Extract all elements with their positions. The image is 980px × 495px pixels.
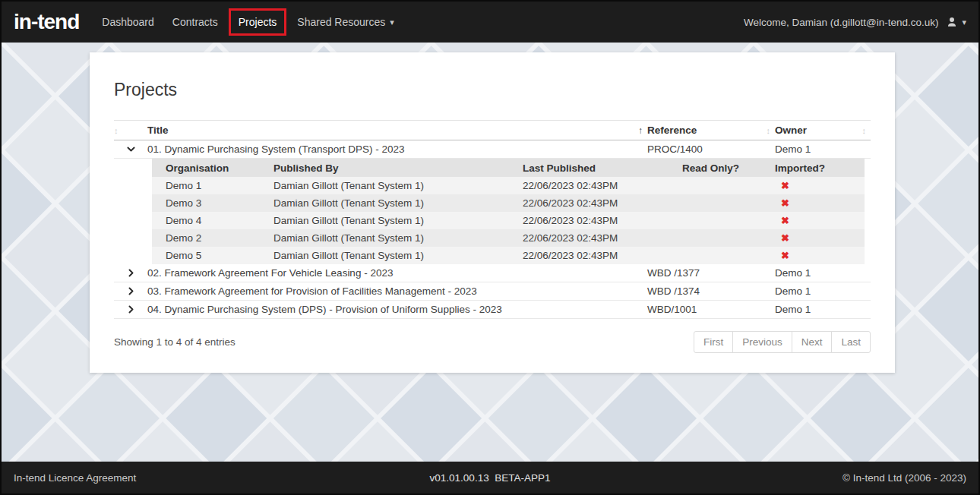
cell-title: 01. Dynamic Purchasing System (Transport… (147, 143, 647, 155)
cell-published-by: Damian Gillott (Tenant System 1) (273, 197, 523, 209)
sort-icon: ↕ (767, 126, 771, 135)
detail-row: Demo 1 Damian Gillott (Tenant System 1) … (152, 177, 865, 194)
cell-owner: Demo 1 (775, 267, 871, 279)
cell-published-by: Damian Gillott (Tenant System 1) (273, 250, 523, 261)
cell-last-published: 22/06/2023 02:43PM (523, 250, 682, 261)
detail-header-row: Organisation Published By Last Published… (152, 159, 865, 177)
pagination: First Previous Next Last (694, 331, 871, 353)
cell-published-by: Damian Gillott (Tenant System 1) (273, 180, 523, 191)
table-row-project-01[interactable]: 01. Dynamic Purchasing System (Transport… (114, 140, 871, 159)
pagination-last-button[interactable]: Last (831, 331, 871, 353)
column-header-reference[interactable]: Reference ↕ (647, 125, 775, 136)
main-nav: Dashboard Contracts Projects Shared Reso… (93, 2, 403, 43)
chevron-right-icon (126, 286, 136, 296)
red-x-icon: ✖ (775, 180, 865, 191)
projects-card: Projects ↕ Title ↑ Reference ↕ (90, 52, 895, 373)
table-footer: Showing 1 to 4 of 4 entries First Previo… (114, 331, 871, 353)
nav-item-contracts[interactable]: Contracts (163, 9, 227, 35)
welcome-text: Welcome, Damian (d.gillott@in-tend.co.uk… (744, 17, 939, 28)
app-logo[interactable]: in-tend (14, 10, 79, 34)
detail-row: Demo 5 Damian Gillott (Tenant System 1) … (152, 247, 865, 264)
cell-last-published: 22/06/2023 02:43PM (523, 197, 682, 209)
nav-item-projects[interactable]: Projects (229, 8, 287, 36)
detail-row: Demo 3 Damian Gillott (Tenant System 1) … (152, 194, 865, 212)
cell-owner: Demo 1 (775, 304, 871, 315)
sort-icon: ↕ (114, 126, 119, 135)
pagination-next-button[interactable]: Next (792, 331, 833, 353)
cell-reference: WBD /1377 (647, 267, 775, 279)
cell-organisation: Demo 5 (152, 250, 273, 261)
cell-organisation: Demo 3 (152, 197, 273, 209)
projects-table: ↕ Title ↑ Reference ↕ Owner ↕ (114, 120, 871, 319)
red-x-icon: ✖ (775, 215, 865, 226)
cell-last-published: 22/06/2023 02:43PM (523, 215, 682, 226)
red-x-icon: ✖ (775, 197, 865, 209)
table-header-row: ↕ Title ↑ Reference ↕ Owner ↕ (114, 120, 871, 140)
detail-header-organisation: Organisation (152, 162, 273, 174)
red-x-icon: ✖ (775, 232, 865, 244)
page-footer: In-tend Licence Agreement v01.01.00.13 B… (2, 462, 978, 493)
column-header-owner[interactable]: Owner ↕ (775, 125, 871, 136)
column-header-owner-label: Owner (775, 125, 807, 136)
cell-owner: Demo 1 (775, 285, 871, 297)
detail-header-last-published: Last Published (523, 162, 682, 174)
cell-reference: WBD /1374 (647, 285, 775, 297)
cell-title: 02. Framework Agreement For Vehicle Leas… (147, 267, 647, 279)
cell-published-by: Damian Gillott (Tenant System 1) (273, 215, 523, 226)
table-row-project-03[interactable]: 03. Framework Agreement for Provision of… (114, 282, 871, 301)
cell-reference: WBD/1001 (647, 304, 775, 315)
chevron-down-icon: ▾ (962, 17, 966, 27)
red-x-icon: ✖ (775, 250, 865, 261)
nav-item-dashboard[interactable]: Dashboard (93, 9, 163, 35)
main-area: Projects ↕ Title ↑ Reference ↕ (2, 43, 978, 462)
detail-row: Demo 4 Damian Gillott (Tenant System 1) … (152, 212, 865, 229)
top-navbar: in-tend Dashboard Contracts Projects Sha… (2, 2, 978, 43)
chevron-down-icon (126, 144, 136, 154)
licence-agreement-link[interactable]: In-tend Licence Agreement (14, 472, 331, 484)
chevron-down-icon: ▾ (390, 17, 394, 27)
version-text: v01.01.00.13 BETA-APP1 (331, 472, 649, 484)
row-expander[interactable] (114, 304, 147, 314)
app-window: in-tend Dashboard Contracts Projects Sha… (0, 0, 980, 495)
entries-summary: Showing 1 to 4 of 4 entries (114, 336, 236, 348)
cell-title: 03. Framework Agreement for Provision of… (147, 285, 647, 297)
row-expander[interactable] (114, 286, 147, 296)
row-expander[interactable] (114, 268, 147, 278)
cell-owner: Demo 1 (775, 143, 871, 155)
expanded-detail-table: Organisation Published By Last Published… (152, 159, 865, 264)
pagination-first-button[interactable]: First (694, 331, 733, 353)
chevron-right-icon (126, 304, 136, 314)
column-header-title-label: Title (147, 125, 169, 136)
cell-organisation: Demo 1 (152, 180, 273, 191)
expander-column-header[interactable]: ↕ (114, 126, 147, 135)
column-header-reference-label: Reference (647, 125, 697, 136)
detail-header-read-only: Read Only? (682, 162, 775, 174)
column-header-title[interactable]: Title ↑ (147, 125, 647, 136)
cell-title: 04. Dynamic Purchasing System (DPS) - Pr… (147, 304, 647, 315)
cell-reference: PROC/1400 (647, 143, 775, 155)
cell-last-published: 22/06/2023 02:43PM (523, 232, 682, 244)
sort-icon: ↕ (862, 126, 867, 135)
cell-organisation: Demo 2 (152, 232, 273, 244)
detail-row: Demo 2 Damian Gillott (Tenant System 1) … (152, 229, 865, 247)
nav-item-shared-resources[interactable]: Shared Resources ▾ (288, 9, 403, 35)
chevron-right-icon (126, 268, 136, 278)
copyright-text: © In-tend Ltd (2006 - 2023) (649, 472, 966, 484)
sort-asc-icon: ↑ (638, 125, 643, 136)
table-row-project-04[interactable]: 04. Dynamic Purchasing System (DPS) - Pr… (114, 301, 871, 319)
detail-header-published-by: Published By (273, 162, 523, 174)
screenshot-root: { "navbar": { "brand": "in-tend", "items… (0, 0, 980, 495)
navbar-right: Welcome, Damian (d.gillott@in-tend.co.uk… (744, 16, 966, 28)
user-icon (946, 16, 958, 28)
user-menu[interactable]: ▾ (946, 16, 966, 28)
nav-shared-resources-label: Shared Resources (297, 16, 385, 28)
pagination-previous-button[interactable]: Previous (732, 331, 792, 353)
detail-header-imported: Imported? (775, 162, 865, 174)
cell-organisation: Demo 4 (152, 215, 273, 226)
page-title: Projects (114, 80, 871, 100)
cell-last-published: 22/06/2023 02:43PM (523, 180, 682, 191)
table-row-project-02[interactable]: 02. Framework Agreement For Vehicle Leas… (114, 264, 871, 282)
row-expander[interactable] (114, 144, 147, 154)
cell-published-by: Damian Gillott (Tenant System 1) (273, 232, 523, 244)
